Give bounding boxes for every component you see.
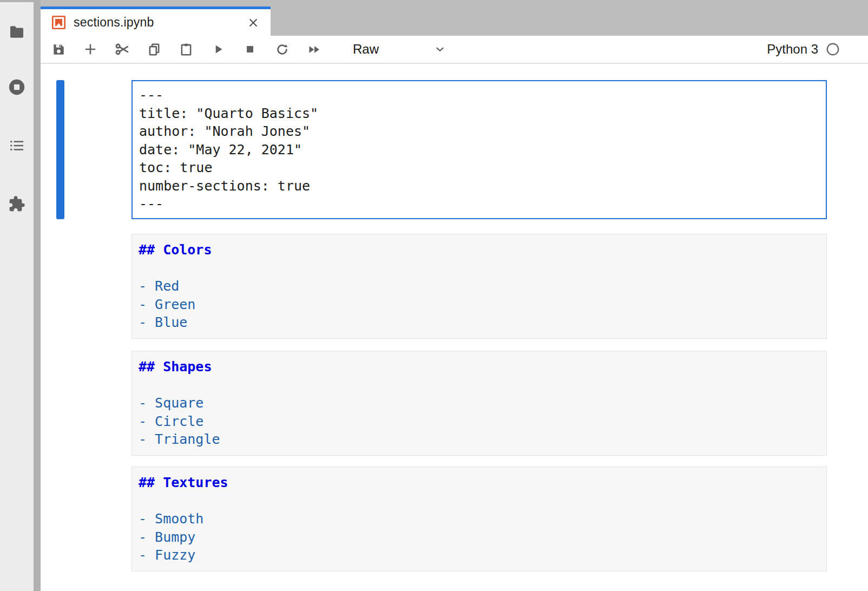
markdown-list-item[interactable]: - Triangle: [139, 430, 820, 449]
cut-icon[interactable]: [110, 37, 135, 61]
puzzle-icon: [8, 195, 25, 213]
markdown-list-item[interactable]: - Circle: [139, 412, 820, 431]
sidebar-divider: [34, 0, 41, 591]
code-line[interactable]: number-sections: true: [139, 177, 819, 195]
close-icon[interactable]: [246, 15, 261, 30]
kernel-name: Python 3: [767, 42, 818, 57]
sidebar-item-running-kernels[interactable]: [0, 71, 34, 103]
markdown-cell-textures[interactable]: ## Textures - Smooth - Bumpy - Fuzzy: [131, 467, 827, 572]
kernel-idle-circle-icon: [826, 42, 840, 56]
code-line[interactable]: ---: [139, 195, 819, 213]
active-cell-collapser[interactable]: [56, 80, 64, 219]
markdown-heading[interactable]: ## Colors: [139, 241, 820, 259]
blank-line[interactable]: [139, 259, 820, 278]
code-line[interactable]: title: "Quarto Basics": [139, 104, 819, 123]
notebook-toolbar: Raw Python 3: [41, 36, 868, 64]
markdown-cell-shapes[interactable]: ## Shapes - Square - Circle - Triangle: [131, 351, 827, 456]
blank-line[interactable]: [139, 492, 820, 510]
tab-sections-ipynb[interactable]: sections.ipynb: [41, 6, 271, 36]
list-icon: [8, 137, 25, 154]
cell-type-value: Raw: [353, 42, 379, 57]
markdown-list-item[interactable]: - Smooth: [139, 510, 820, 528]
sidebar-item-file-browser[interactable]: [0, 16, 34, 48]
dock-tab-bar: sections.ipynb: [41, 0, 868, 36]
cell-type-dropdown[interactable]: Raw: [353, 38, 446, 60]
markdown-heading[interactable]: ## Shapes: [139, 358, 820, 376]
markdown-list-item[interactable]: - Bumpy: [139, 528, 820, 547]
markdown-list-item[interactable]: - Red: [139, 277, 820, 296]
sidebar-item-table-of-contents[interactable]: [0, 129, 34, 162]
folder-icon: [8, 23, 25, 41]
activity-sidebar: [0, 2, 34, 591]
kernel-indicator[interactable]: Python 3: [767, 42, 868, 57]
blank-line[interactable]: [139, 376, 820, 395]
markdown-cell-colors[interactable]: ## Colors - Red - Green - Blue: [131, 234, 827, 339]
markdown-list-item[interactable]: - Fuzzy: [139, 546, 820, 564]
save-button[interactable]: [46, 37, 71, 61]
copy-icon[interactable]: [142, 37, 167, 61]
insert-cell-button[interactable]: [78, 37, 103, 61]
paste-icon[interactable]: [174, 37, 199, 61]
notebook-panel: --- title: "Quarto Basics" author: "Nora…: [41, 64, 868, 591]
raw-cell-editor[interactable]: --- title: "Quarto Basics" author: "Nora…: [131, 80, 827, 219]
restart-kernel-button[interactable]: [269, 37, 294, 61]
notebook-icon: [51, 15, 66, 30]
run-all-button[interactable]: [301, 37, 326, 61]
tab-title: sections.ipynb: [74, 15, 241, 30]
run-button[interactable]: [206, 37, 231, 61]
stop-button[interactable]: [238, 37, 262, 61]
markdown-list-item[interactable]: - Blue: [139, 313, 820, 332]
markdown-list-item[interactable]: - Green: [139, 296, 820, 314]
chevron-down-icon: [434, 43, 446, 55]
stop-circle-icon: [8, 78, 26, 96]
markdown-heading[interactable]: ## Textures: [139, 474, 820, 492]
code-line[interactable]: author: "Norah Jones": [139, 122, 819, 141]
code-line[interactable]: date: "May 22, 2021": [139, 141, 819, 159]
jupyterlab-window: sections.ipynb: [0, 0, 868, 591]
code-line[interactable]: toc: true: [139, 159, 819, 177]
markdown-list-item[interactable]: - Square: [139, 394, 820, 412]
sidebar-item-extensions[interactable]: [0, 188, 34, 220]
code-line[interactable]: ---: [139, 86, 819, 104]
